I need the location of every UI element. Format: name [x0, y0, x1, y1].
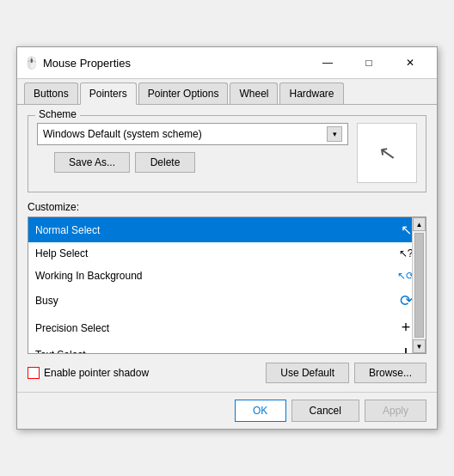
scheme-dropdown-arrow[interactable]: ▾ — [327, 126, 342, 142]
browse-button[interactable]: Browse... — [354, 363, 426, 383]
scheme-group: Scheme Windows Default (system scheme) ▾… — [28, 115, 426, 192]
tab-content: Scheme Windows Default (system scheme) ▾… — [17, 105, 437, 392]
customize-label: Customize: — [28, 201, 426, 213]
delete-button[interactable]: Delete — [135, 152, 195, 173]
cursor-item-help-select[interactable]: Help Select ↖? — [28, 242, 426, 265]
cursor-item-precision-select[interactable]: Precision Select + — [28, 314, 426, 341]
close-button[interactable]: ✕ — [390, 52, 430, 73]
cursor-item-label: Text Select — [35, 349, 86, 355]
title-controls: — □ ✕ — [308, 52, 430, 73]
cursor-list: Normal Select ↖ Help Select ↖? Working I… — [28, 217, 426, 354]
title-bar-left: 🖱️ Mouse Properties — [24, 56, 131, 70]
scroll-down-button[interactable]: ▼ — [413, 339, 426, 353]
cursor-item-label: Help Select — [35, 247, 88, 259]
minimize-button[interactable]: — — [308, 52, 347, 73]
tab-pointer-options[interactable]: Pointer Options — [138, 82, 229, 104]
cursor-item-label: Busy — [35, 295, 58, 307]
cursor-preview: ↖ — [357, 123, 417, 183]
cursor-item-label: Working In Background — [35, 270, 143, 282]
save-as-button[interactable]: Save As... — [54, 152, 130, 173]
title-bar: 🖱️ Mouse Properties — □ ✕ — [17, 47, 437, 79]
scheme-left: Windows Default (system scheme) ▾ Save A… — [37, 123, 348, 173]
scheme-group-label: Scheme — [35, 108, 80, 120]
cursor-item-text-select[interactable]: Text Select I — [28, 341, 426, 354]
pointer-shadow-checkbox[interactable] — [28, 367, 40, 379]
ok-button[interactable]: OK — [235, 400, 286, 422]
tab-wheel[interactable]: Wheel — [230, 82, 278, 104]
bottom-row: Enable pointer shadow Use Default Browse… — [28, 363, 426, 383]
cursor-item-label: Normal Select — [35, 224, 100, 236]
scroll-thumb[interactable] — [414, 233, 424, 338]
cursor-item-label: Precision Select — [35, 322, 109, 334]
window-title: Mouse Properties — [43, 57, 131, 70]
scroll-up-button[interactable]: ▲ — [413, 217, 426, 231]
cursor-item-busy[interactable]: Busy ⟳ — [28, 287, 426, 314]
tab-hardware[interactable]: Hardware — [279, 82, 343, 104]
app-icon: 🖱️ — [24, 56, 38, 70]
scheme-buttons: Save As... Delete — [37, 152, 348, 173]
scheme-selected-value: Windows Default (system scheme) — [43, 128, 327, 140]
pointer-shadow-wrapper: Enable pointer shadow — [28, 367, 261, 379]
mouse-properties-window: 🖱️ Mouse Properties — □ ✕ Buttons Pointe… — [16, 46, 438, 430]
apply-button[interactable]: Apply — [365, 400, 426, 422]
scheme-row: Windows Default (system scheme) ▾ Save A… — [37, 123, 417, 183]
cursor-list-wrapper[interactable]: Normal Select ↖ Help Select ↖? Working I… — [28, 217, 426, 354]
pointer-shadow-label: Enable pointer shadow — [44, 367, 149, 379]
cursor-item-working-background[interactable]: Working In Background ↖⟳ — [28, 265, 426, 287]
cursor-item-normal-select[interactable]: Normal Select ↖ — [28, 217, 426, 242]
scrollbar[interactable]: ▲ ▼ — [412, 217, 426, 353]
use-default-button[interactable]: Use Default — [266, 363, 349, 383]
tab-bar: Buttons Pointers Pointer Options Wheel H… — [17, 79, 437, 105]
tab-buttons[interactable]: Buttons — [24, 82, 78, 104]
dialog-buttons: OK Cancel Apply — [17, 392, 437, 429]
scheme-select[interactable]: Windows Default (system scheme) ▾ — [37, 123, 348, 145]
tab-pointers[interactable]: Pointers — [80, 82, 137, 105]
preview-cursor-icon: ↖ — [377, 139, 398, 166]
maximize-button[interactable]: □ — [349, 52, 389, 73]
cancel-button[interactable]: Cancel — [291, 400, 359, 422]
